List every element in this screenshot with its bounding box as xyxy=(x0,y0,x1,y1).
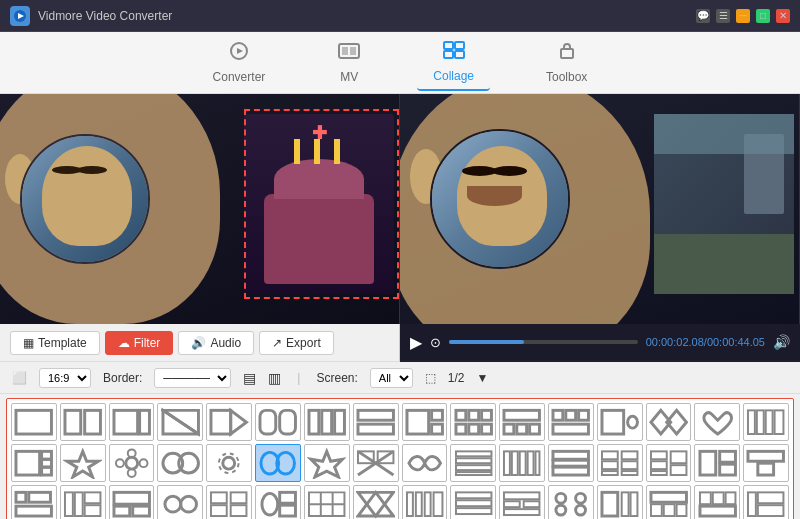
tmpl-flower[interactable] xyxy=(109,444,155,482)
svg-rect-35 xyxy=(468,424,478,434)
left-video-panel[interactable]: ✚ xyxy=(0,94,400,324)
svg-marker-124 xyxy=(358,492,393,516)
menu-btn[interactable]: ☰ xyxy=(716,9,730,23)
tab-toolbox[interactable]: Toolbox xyxy=(530,35,603,90)
right-video-panel[interactable] xyxy=(400,94,800,324)
svg-rect-8 xyxy=(455,42,464,49)
svg-rect-41 xyxy=(553,410,563,420)
svg-marker-57 xyxy=(67,451,99,477)
tmpl-diagonal[interactable] xyxy=(157,403,203,441)
tmpl-rounded[interactable] xyxy=(255,403,301,441)
svg-rect-100 xyxy=(758,463,774,475)
collage-icon xyxy=(442,40,466,66)
ratio-select[interactable]: 16:9 9:16 1:1 4:3 xyxy=(39,368,91,388)
tmpl-arrow-r[interactable] xyxy=(206,403,252,441)
tmpl-r3-15[interactable] xyxy=(694,485,740,519)
svg-rect-38 xyxy=(504,424,514,434)
svg-rect-80 xyxy=(528,451,534,475)
tmpl-cross[interactable] xyxy=(353,444,399,482)
tmpl-star[interactable] xyxy=(60,444,106,482)
tmpl-r3-16[interactable] xyxy=(743,485,789,519)
tmpl-banner-l[interactable] xyxy=(11,444,57,482)
tmpl-bird[interactable] xyxy=(402,444,448,482)
tmpl-3x2[interactable] xyxy=(450,403,496,441)
tmpl-r3-2[interactable] xyxy=(60,485,106,519)
play-button[interactable]: ▶ xyxy=(410,333,422,352)
tmpl-arrows[interactable] xyxy=(646,403,692,441)
maximize-btn[interactable]: □ xyxy=(756,9,770,23)
minimize-btn[interactable]: ─ xyxy=(736,9,750,23)
export-toolbar-btn[interactable]: ↗ Export xyxy=(259,331,334,355)
tmpl-r3-5[interactable] xyxy=(206,485,252,519)
filter-btn[interactable]: ☁ Filter xyxy=(105,331,174,355)
tmpl-2col-wide[interactable] xyxy=(109,403,155,441)
svg-rect-115 xyxy=(211,505,227,516)
svg-point-138 xyxy=(576,493,586,503)
tmpl-uneven-r[interactable] xyxy=(646,444,692,482)
svg-rect-29 xyxy=(431,410,442,420)
tmpl-gear[interactable] xyxy=(206,444,252,482)
screen-select[interactable]: All 1 2 xyxy=(370,368,413,388)
tab-mv[interactable]: MV xyxy=(321,35,377,90)
svg-rect-6 xyxy=(350,47,356,55)
svg-rect-96 xyxy=(700,451,716,475)
close-btn[interactable]: ✕ xyxy=(776,9,790,23)
audio-btn[interactable]: 🔊 Audio xyxy=(178,331,254,355)
svg-rect-11 xyxy=(561,49,573,58)
tmpl-r3-9[interactable] xyxy=(402,485,448,519)
tmpl-r3-11[interactable] xyxy=(499,485,545,519)
tmpl-mix1[interactable] xyxy=(499,403,545,441)
tab-collage-label: Collage xyxy=(433,69,474,83)
tmpl-circles[interactable] xyxy=(157,444,203,482)
tmpl-r3-7[interactable] xyxy=(304,485,350,519)
tmpl-r3-14[interactable] xyxy=(646,485,692,519)
tmpl-4col[interactable] xyxy=(743,403,789,441)
tmpl-r3-4[interactable] xyxy=(157,485,203,519)
svg-rect-32 xyxy=(468,410,478,420)
svg-rect-113 xyxy=(211,492,227,503)
tmpl-r3-10[interactable] xyxy=(450,485,496,519)
options-bar: ⬜ 16:9 9:16 1:1 4:3 Border: ────── ─ ─ ─… xyxy=(0,362,800,394)
tab-converter[interactable]: Converter xyxy=(197,35,282,90)
tmpl-3row[interactable] xyxy=(548,444,594,482)
border-select[interactable]: ────── ─ ─ ─ xyxy=(154,368,231,388)
tmpl-r3-1[interactable] xyxy=(11,485,57,519)
controls-row: ▦ Template ☁ Filter 🔊 Audio ↗ Export ▶ ⊙… xyxy=(0,324,800,362)
tmpl-t-shape[interactable] xyxy=(743,444,789,482)
progress-track[interactable] xyxy=(449,340,638,344)
svg-point-139 xyxy=(556,505,566,515)
tmpl-r3-3[interactable] xyxy=(109,485,155,519)
tmpl-wide-center[interactable] xyxy=(694,444,740,482)
tmpl-2x3[interactable] xyxy=(597,444,643,482)
tmpl-4row[interactable] xyxy=(450,444,496,482)
tmpl-star2[interactable] xyxy=(304,444,350,482)
stop-button[interactable]: ⊙ xyxy=(430,335,441,350)
tab-collage[interactable]: Collage xyxy=(417,34,490,91)
tmpl-left-wide[interactable] xyxy=(402,403,448,441)
tmpl-r3-13[interactable] xyxy=(597,485,643,519)
page-arrow[interactable]: ▼ xyxy=(477,371,489,385)
svg-rect-91 xyxy=(651,451,667,459)
tmpl-single[interactable] xyxy=(11,403,57,441)
svg-rect-135 xyxy=(524,501,540,507)
svg-rect-76 xyxy=(455,472,490,475)
tmpl-rect-right[interactable] xyxy=(597,403,643,441)
tmpl-5col[interactable] xyxy=(499,444,545,482)
svg-marker-125 xyxy=(358,492,393,516)
tmpl-oval-2[interactable] xyxy=(255,444,301,482)
tmpl-r3-8[interactable] xyxy=(353,485,399,519)
tmpl-3col[interactable] xyxy=(304,403,350,441)
tmpl-mix2[interactable] xyxy=(548,403,594,441)
template-btn[interactable]: ▦ Template xyxy=(10,331,100,355)
tmpl-2row[interactable] xyxy=(353,403,399,441)
svg-rect-86 xyxy=(622,451,638,459)
chat-btn[interactable]: 💬 xyxy=(696,9,710,23)
tmpl-r3-6[interactable] xyxy=(255,485,301,519)
svg-rect-133 xyxy=(504,492,539,499)
tmpl-r3-12[interactable] xyxy=(548,485,594,519)
tmpl-heart[interactable] xyxy=(694,403,740,441)
svg-rect-146 xyxy=(664,504,675,516)
tmpl-2col[interactable] xyxy=(60,403,106,441)
volume-icon[interactable]: 🔊 xyxy=(773,334,790,350)
svg-rect-73 xyxy=(455,451,490,456)
